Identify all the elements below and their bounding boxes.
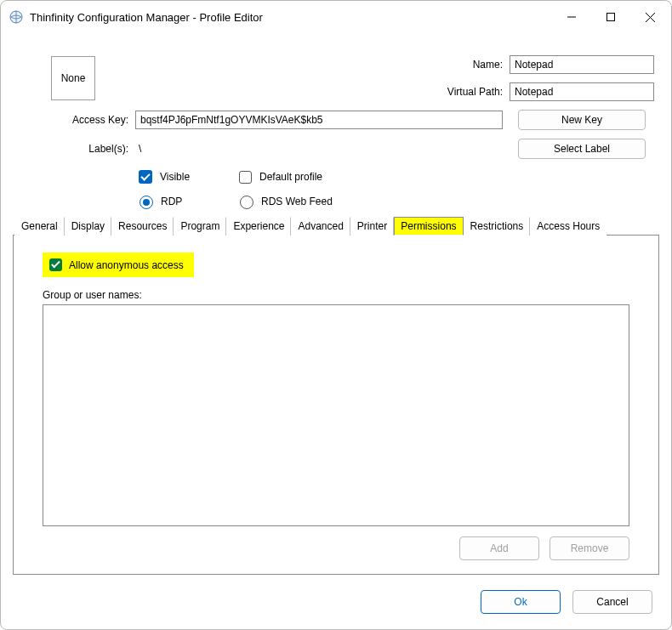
tab-strip: General Display Resources Program Experi… bbox=[13, 216, 659, 236]
tab-permissions[interactable]: Permissions bbox=[394, 217, 463, 236]
titlebar: Thinfinity Configuration Manager - Profi… bbox=[1, 1, 671, 33]
add-button[interactable]: Add bbox=[459, 536, 539, 560]
name-label: Name: bbox=[135, 59, 503, 71]
tab-resources[interactable]: Resources bbox=[111, 217, 174, 236]
virtual-path-input[interactable] bbox=[510, 82, 654, 101]
select-label-button[interactable]: Select Label bbox=[518, 139, 646, 159]
visible-checkbox[interactable] bbox=[139, 170, 152, 184]
virtual-path-label: Virtual Path: bbox=[135, 86, 503, 98]
allow-anonymous-label: Allow anonymous access bbox=[69, 259, 184, 271]
profile-icon-box[interactable]: None bbox=[51, 56, 95, 100]
name-input[interactable] bbox=[510, 55, 654, 74]
remove-button[interactable]: Remove bbox=[550, 536, 629, 560]
rds-radio[interactable] bbox=[240, 196, 253, 209]
allow-anonymous-highlight: Allow anonymous access bbox=[43, 253, 194, 277]
tab-printer[interactable]: Printer bbox=[350, 217, 394, 236]
rdp-radio[interactable] bbox=[140, 196, 153, 209]
new-key-button[interactable]: New Key bbox=[518, 110, 646, 130]
tab-display[interactable]: Display bbox=[65, 217, 111, 236]
maximize-button[interactable] bbox=[591, 3, 630, 31]
default-profile-label: Default profile bbox=[259, 171, 322, 183]
dialog-window: Thinfinity Configuration Manager - Profi… bbox=[0, 0, 672, 630]
dialog-buttons: Ok Cancel bbox=[13, 575, 659, 617]
allow-anonymous-checkbox[interactable] bbox=[49, 258, 62, 271]
window-title: Thinfinity Configuration Manager - Profi… bbox=[30, 11, 552, 24]
app-icon bbox=[9, 10, 23, 24]
tab-experience[interactable]: Experience bbox=[226, 217, 291, 236]
tab-access-hours[interactable]: Access Hours bbox=[530, 217, 607, 236]
group-user-names-listbox[interactable] bbox=[43, 304, 629, 526]
access-key-input[interactable] bbox=[135, 111, 503, 129]
permissions-buttons: Add Remove bbox=[43, 536, 629, 560]
permissions-panel: Allow anonymous access Group or user nam… bbox=[13, 236, 659, 575]
labels-label: Label(s): bbox=[18, 143, 128, 155]
dialog-content: Name: None Virtual Path: Access Key: New… bbox=[1, 33, 671, 629]
default-profile-checkbox[interactable] bbox=[239, 171, 252, 184]
tab-program[interactable]: Program bbox=[174, 217, 226, 236]
access-key-label: Access Key: bbox=[18, 114, 128, 126]
rds-label: RDS Web Feed bbox=[261, 196, 333, 207]
cancel-button[interactable]: Cancel bbox=[572, 590, 652, 614]
tab-advanced[interactable]: Advanced bbox=[291, 217, 350, 236]
rdp-label: RDP bbox=[161, 196, 182, 207]
ok-button[interactable]: Ok bbox=[481, 590, 561, 614]
visible-label: Visible bbox=[160, 171, 190, 183]
minimize-button[interactable] bbox=[552, 3, 591, 31]
labels-value: \ bbox=[135, 143, 503, 155]
window-controls bbox=[552, 3, 669, 31]
tab-general[interactable]: General bbox=[14, 217, 65, 236]
svg-rect-2 bbox=[607, 14, 615, 21]
tab-restrictions[interactable]: Restrictions bbox=[464, 217, 531, 236]
form-area: Name: None Virtual Path: Access Key: New… bbox=[13, 40, 659, 159]
close-button[interactable] bbox=[630, 3, 669, 31]
group-user-names-label: Group or user names: bbox=[43, 289, 629, 301]
options-row: Visible Default profile RDP RDS Web Feed bbox=[13, 159, 659, 214]
